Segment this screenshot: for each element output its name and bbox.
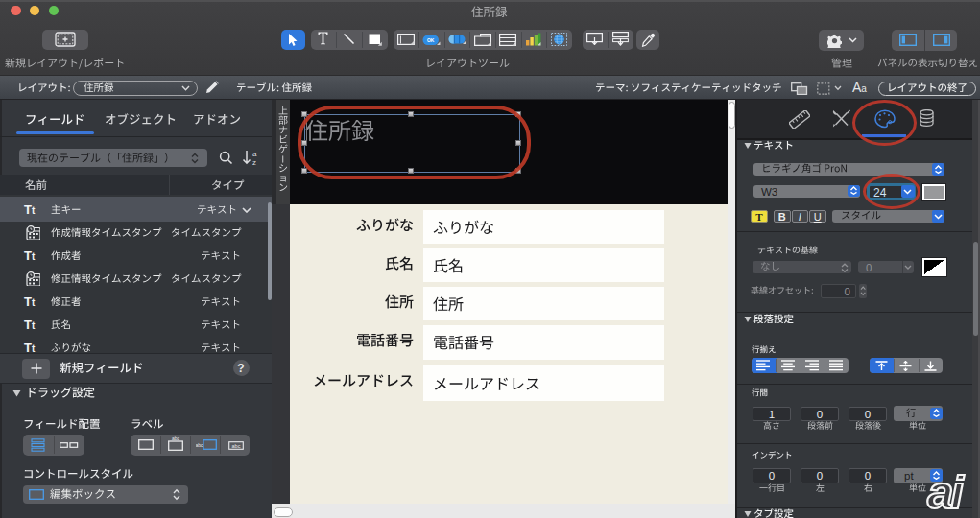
svg-text:abc: abc [232,442,241,448]
svg-text:z: z [252,158,256,166]
svg-text:a: a [252,150,257,158]
svg-text:OK: OK [427,37,435,43]
svg-text:abc: abc [196,442,203,448]
svg-text:abc: abc [172,436,180,441]
